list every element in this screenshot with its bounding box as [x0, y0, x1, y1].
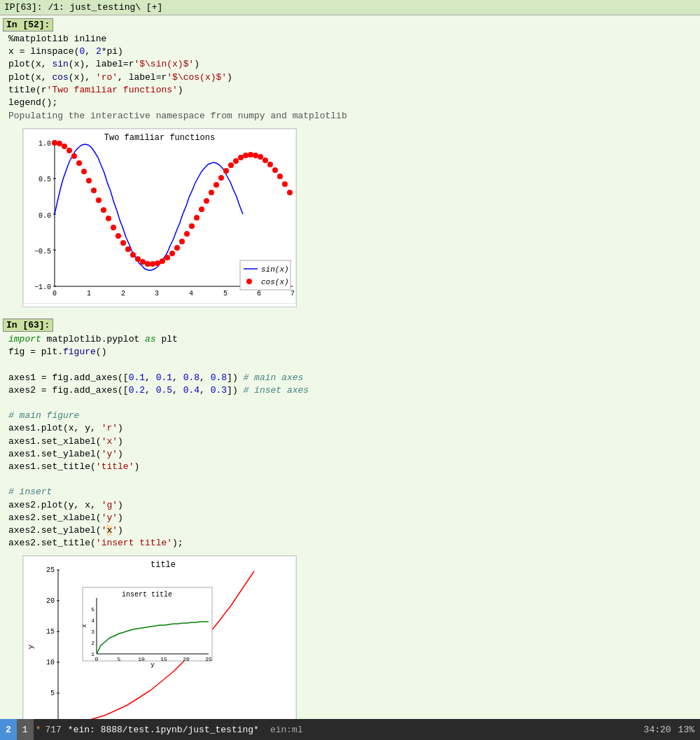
svg-point-55 — [223, 168, 229, 174]
notebook[interactable]: In [52]: %matplotlib inline x = linspace… — [0, 15, 700, 719]
svg-text:cos(x): cos(x) — [261, 278, 289, 286]
status-filename: *ein: 8888/test.ipynb/just_testing* — [64, 725, 263, 735]
svg-point-61 — [253, 153, 258, 158]
svg-text:−0.5: −0.5 — [34, 248, 51, 256]
status-right: 34:20 13% — [644, 725, 700, 735]
chart1-svg: Two familiar functions 1.0 0.5 0.0 — [23, 129, 296, 304]
svg-point-62 — [258, 154, 263, 160]
status-line-count: 717 — [43, 725, 63, 735]
svg-text:2: 2 — [91, 640, 94, 646]
svg-text:10: 10 — [46, 659, 55, 666]
svg-text:10: 10 — [138, 656, 145, 662]
cos-dot — [52, 140, 57, 146]
svg-text:5: 5 — [50, 690, 55, 697]
code-line — [8, 397, 694, 410]
status-position: 34:20 — [644, 725, 671, 735]
svg-point-53 — [214, 182, 219, 188]
code-line: plot(x, sin(x), label=r'$\sin(x)$') — [8, 58, 694, 71]
svg-point-48 — [189, 223, 195, 229]
svg-text:1: 1 — [91, 651, 94, 657]
cell-code-52: %matplotlib inline x = linspace(0, 2*pi)… — [3, 33, 694, 109]
status-scroll-pct: 13% — [678, 725, 694, 735]
svg-text:−1.0: −1.0 — [34, 284, 51, 291]
status-cell-num: 1 — [17, 719, 34, 740]
svg-text:4: 4 — [91, 617, 94, 624]
cell-52: In [52]: %matplotlib inline x = linspace… — [0, 15, 700, 316]
chart2-title: title — [150, 560, 176, 570]
svg-point-29 — [96, 197, 102, 203]
svg-point-52 — [209, 190, 214, 195]
svg-text:5: 5 — [223, 290, 227, 298]
svg-text:3: 3 — [91, 629, 94, 635]
code-line: axes1.set_ylabel('y') — [8, 448, 694, 461]
svg-text:0.0: 0.0 — [38, 212, 51, 220]
svg-text:0: 0 — [95, 656, 99, 662]
svg-text:1.0: 1.0 — [38, 140, 51, 148]
svg-point-40 — [150, 261, 155, 267]
svg-point-43 — [164, 255, 170, 260]
svg-point-65 — [272, 167, 278, 173]
chart2-inset-ylabel: x — [81, 624, 88, 628]
svg-point-68 — [287, 190, 293, 195]
svg-point-23 — [66, 148, 72, 153]
svg-point-60 — [248, 152, 253, 158]
svg-point-38 — [140, 259, 146, 265]
svg-point-37 — [135, 256, 141, 262]
svg-point-49 — [194, 215, 200, 221]
code-line: import matplotlib.pyplot as plt — [8, 333, 694, 346]
svg-point-54 — [218, 175, 224, 181]
svg-point-56 — [228, 162, 234, 168]
svg-point-34 — [120, 240, 126, 246]
chart2-container: title 0 5 10 15 20 25 — [22, 555, 297, 719]
svg-text:5: 5 — [118, 656, 121, 662]
svg-point-57 — [233, 158, 239, 164]
chart2-svg: title 0 5 10 15 20 25 — [23, 556, 296, 719]
status-mode: 2 — [0, 719, 17, 740]
svg-text:25: 25 — [205, 656, 212, 662]
svg-text:2: 2 — [121, 290, 125, 298]
svg-point-72 — [246, 279, 252, 284]
cell-code-63: import matplotlib.pyplot as plt fig = pl… — [3, 333, 694, 550]
code-line: fig = plt.figure() — [8, 346, 694, 358]
code-line: axes1.set_title('title') — [8, 461, 694, 473]
svg-text:20: 20 — [183, 656, 190, 662]
svg-point-39 — [145, 261, 150, 267]
title-text: IP[63]: /1: just_testing\ [+] — [4, 2, 162, 13]
cell-63: In [63]: import matplotlib.pyplot as plt… — [0, 316, 700, 719]
code-line: # main figure — [8, 410, 694, 422]
status-modified: * — [34, 725, 43, 735]
code-line: %matplotlib inline — [8, 33, 694, 46]
output-text-52: Populating the interactive namespace fro… — [3, 109, 694, 123]
svg-point-41 — [155, 260, 160, 266]
cell-label-63[interactable]: In [63]: — [3, 319, 53, 332]
cell-label-52[interactable]: In [52]: — [3, 18, 53, 32]
status-kernel: ein:ml — [263, 725, 310, 735]
svg-text:3: 3 — [155, 290, 159, 298]
svg-point-22 — [62, 144, 67, 149]
code-line: axes2.set_ylabel('x') — [8, 524, 694, 537]
svg-point-50 — [199, 207, 204, 212]
svg-text:15: 15 — [160, 656, 167, 662]
svg-point-44 — [169, 251, 175, 256]
svg-text:25: 25 — [46, 566, 55, 574]
title-bar: IP[63]: /1: just_testing\ [+] — [0, 0, 700, 15]
svg-point-58 — [238, 155, 244, 160]
svg-text:7: 7 — [290, 290, 295, 298]
svg-text:sin(x): sin(x) — [261, 265, 289, 274]
svg-text:4: 4 — [189, 290, 193, 298]
svg-point-51 — [204, 198, 209, 204]
svg-point-47 — [184, 231, 190, 237]
svg-text:15: 15 — [46, 628, 55, 636]
svg-text:5: 5 — [91, 606, 94, 613]
svg-point-28 — [91, 188, 97, 193]
code-line — [8, 473, 694, 486]
svg-text:20: 20 — [46, 597, 55, 605]
code-line: title(r'Two familiar functions') — [8, 84, 694, 97]
svg-point-24 — [71, 153, 77, 159]
svg-point-46 — [179, 239, 185, 244]
svg-text:1: 1 — [87, 290, 91, 298]
status-bar: 2 1 * 717 *ein: 8888/test.ipynb/just_tes… — [0, 719, 700, 740]
chart1-title: Two familiar functions — [104, 133, 215, 143]
svg-point-25 — [76, 160, 82, 166]
svg-point-59 — [243, 153, 248, 158]
